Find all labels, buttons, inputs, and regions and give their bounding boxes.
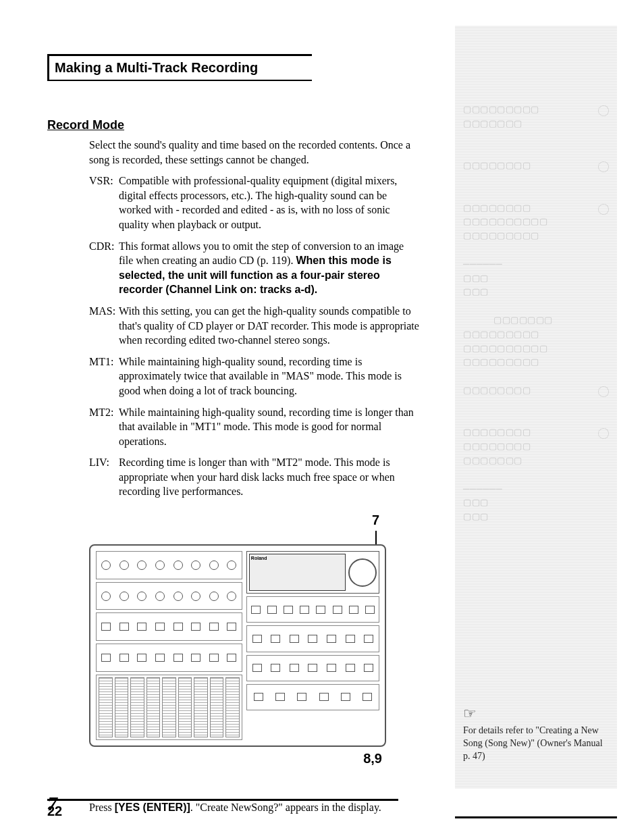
margin-note: ☞ For details refer to "Creating a New S… <box>463 704 609 763</box>
button-row <box>96 612 242 641</box>
mode-desc: Compatible with professional-quality equ… <box>119 174 420 232</box>
button-row <box>246 655 379 681</box>
mode-term: MAS: <box>89 304 119 348</box>
section-title: Making a Multi-Track Recording <box>55 60 258 76</box>
knob-row <box>96 551 242 579</box>
mode-item-mt2: MT2: While maintaining high-quality soun… <box>89 405 420 449</box>
intro-paragraph: Select the sound's quality and time base… <box>89 138 417 167</box>
mode-term: MT2: <box>89 405 119 449</box>
transport-row <box>246 684 379 710</box>
mode-desc: While maintaining high-quality sound, re… <box>119 355 420 398</box>
jog-wheel-icon <box>348 558 377 587</box>
button-row <box>96 644 242 672</box>
mode-definition-list: VSR: Compatible with professional-qualit… <box>89 174 420 499</box>
pointing-hand-icon: ☞ <box>463 704 477 724</box>
mode-item-mas: MAS: With this setting, you can get the … <box>89 304 420 348</box>
mode-item-liv: LIV: Recording time is longer than with … <box>89 455 420 499</box>
mode-term: CDR: <box>89 239 119 297</box>
mode-term: LIV: <box>89 455 119 499</box>
mode-item-mt1: MT1: While maintaining high-quality soun… <box>89 355 420 398</box>
margin-sidebar: ▢▢▢▢▢▢▢▢▢ ▢▢▢▢▢▢▢ ▢▢▢▢▢▢▢▢ ▢▢▢▢▢▢▢▢ ▢▢▢▢… <box>455 26 617 789</box>
mode-item-cdr: CDR: This format allows you to omit the … <box>89 239 420 297</box>
device-screen: Roland <box>246 551 379 594</box>
mode-desc: With this setting, you can get the high-… <box>119 304 420 348</box>
footer-rule <box>455 816 617 819</box>
callout-label-top: 7 <box>89 513 386 528</box>
callout-line-icon <box>89 531 377 544</box>
knob-row <box>96 582 242 610</box>
bleed-through-text: ▢▢▢▢▢▢▢▢▢ ▢▢▢▢▢▢▢ ▢▢▢▢▢▢▢▢ ▢▢▢▢▢▢▢▢ ▢▢▢▢… <box>463 32 609 524</box>
mode-desc: While maintaining high-quality sound, re… <box>119 405 420 449</box>
fader-row <box>96 675 242 740</box>
mode-term: VSR: <box>89 174 119 232</box>
mode-desc: This format allows you to omit the step … <box>119 239 420 297</box>
mode-item-vsr: VSR: Compatible with professional-qualit… <box>89 174 420 232</box>
device-illustration: Roland <box>89 544 386 747</box>
mode-term: MT1: <box>89 355 119 398</box>
section-title-box: Making a Multi-Track Recording <box>47 54 312 81</box>
device-diagram: 7 <box>89 513 386 766</box>
device-brand-label: Roland <box>251 556 267 560</box>
button-row <box>246 596 379 623</box>
callout-label-bottom: 8,9 <box>89 751 386 766</box>
mode-desc: Recording time is longer than with "MT2"… <box>119 455 420 499</box>
page-number: 22 <box>47 799 398 819</box>
button-row <box>246 625 379 652</box>
margin-note-text: For details refer to "Creating a New Son… <box>463 725 603 761</box>
